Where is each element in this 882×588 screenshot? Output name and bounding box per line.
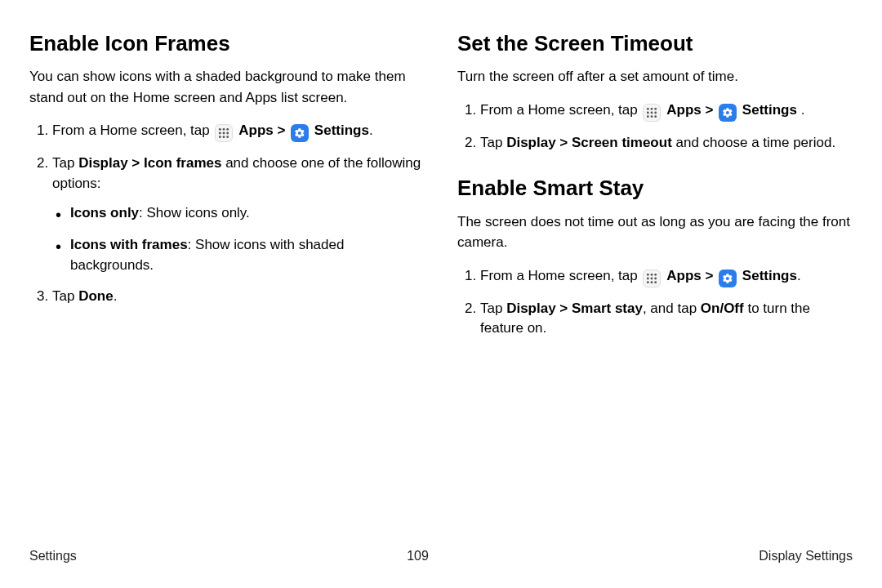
footer-page-number: 109 [407, 549, 429, 564]
steps-icon-frames: From a Home screen, tap Apps > Settings.… [29, 121, 425, 307]
svg-point-21 [647, 277, 649, 279]
svg-point-5 [227, 132, 229, 135]
t: On/Off [701, 301, 744, 316]
t: , and tap [643, 301, 701, 316]
t: Tap [52, 288, 78, 304]
t: Done [78, 288, 114, 304]
t: and choose a time period. [672, 135, 835, 150]
apps-icon [215, 124, 233, 142]
svg-point-0 [219, 128, 221, 131]
period: . [369, 122, 373, 138]
t: From a Home screen, tap [480, 102, 638, 118]
settings-label: Settings [742, 102, 797, 118]
settings-label: Settings [314, 122, 369, 138]
heading-smart-stay: Enable Smart Stay [457, 176, 853, 201]
svg-point-8 [227, 136, 229, 138]
t: Display > Screen timeout [506, 135, 672, 150]
apps-icon [643, 104, 661, 122]
svg-point-26 [655, 281, 657, 283]
step-1: From a Home screen, tap Apps > Settings. [52, 121, 425, 142]
steps-smart-stay: From a Home screen, tap Apps > Settings.… [457, 266, 853, 339]
chevron: > [277, 122, 285, 138]
t: : Show icons only. [139, 205, 250, 220]
svg-point-7 [223, 136, 225, 138]
step-2: Tap Display > Smart stay, and tap On/Off… [480, 299, 853, 339]
steps-timeout: From a Home screen, tap Apps > Settings … [457, 100, 853, 154]
content-columns: Enable Icon Frames You can show icons wi… [29, 31, 853, 536]
t: Icons only [70, 205, 139, 220]
t: Tap [52, 155, 78, 171]
footer-left: Settings [29, 549, 77, 564]
intro-icon-frames: You can show icons with a shaded backgro… [29, 66, 425, 108]
heading-timeout: Set the Screen Timeout [457, 31, 853, 56]
apps-label: Apps [238, 122, 274, 138]
right-column: Set the Screen Timeout Turn the screen o… [457, 31, 853, 536]
svg-point-16 [651, 115, 653, 118]
svg-point-10 [651, 108, 653, 110]
svg-point-22 [651, 277, 653, 279]
svg-point-19 [651, 273, 653, 275]
step-text: From a Home screen, tap [52, 122, 210, 138]
settings-icon [719, 104, 737, 122]
t: Icons with frames [70, 237, 188, 252]
footer-right: Display Settings [759, 549, 853, 564]
intro-timeout: Turn the screen off after a set amount o… [457, 66, 853, 87]
chevron: > [705, 268, 713, 283]
options-list: Icons only: Show icons only. Icons with … [52, 203, 425, 275]
step-1: From a Home screen, tap Apps > Settings … [480, 100, 853, 122]
settings-icon [719, 270, 737, 287]
svg-point-20 [655, 273, 657, 275]
svg-point-2 [227, 128, 229, 131]
svg-point-23 [655, 277, 657, 279]
svg-point-17 [655, 115, 657, 118]
step-2: Tap Display > Icon frames and choose one… [52, 154, 425, 275]
t: . [797, 268, 801, 283]
step-2: Tap Display > Screen timeout and choose … [480, 133, 853, 154]
t: Display > Smart stay [506, 301, 643, 316]
step-1: From a Home screen, tap Apps > Settings. [480, 266, 853, 287]
settings-label: Settings [742, 268, 797, 283]
page-footer: Settings 109 Display Settings [29, 536, 853, 564]
t: . [797, 102, 804, 118]
svg-point-24 [647, 281, 649, 283]
svg-point-6 [219, 136, 221, 138]
step-3: Tap Done. [52, 287, 425, 307]
svg-point-25 [651, 281, 653, 283]
t: Display > Icon frames [78, 155, 221, 171]
svg-point-15 [647, 115, 649, 118]
intro-smart-stay: The screen does not time out as long as … [457, 212, 853, 253]
settings-icon [291, 124, 309, 142]
svg-point-1 [223, 128, 225, 131]
svg-point-14 [655, 111, 657, 114]
svg-point-3 [219, 132, 221, 135]
svg-point-13 [651, 111, 653, 114]
t: Tap [480, 135, 506, 150]
option-icons-frames: Icons with frames: Show icons with shade… [70, 235, 425, 275]
heading-icon-frames: Enable Icon Frames [29, 31, 425, 56]
svg-point-9 [647, 108, 649, 110]
t: Tap [480, 301, 506, 316]
apps-label: Apps [666, 268, 702, 283]
option-icons-only: Icons only: Show icons only. [70, 203, 425, 224]
svg-point-18 [647, 273, 649, 275]
svg-point-12 [647, 111, 649, 114]
svg-point-4 [223, 132, 225, 135]
svg-point-11 [655, 108, 657, 110]
apps-icon [643, 270, 661, 287]
left-column: Enable Icon Frames You can show icons wi… [29, 31, 425, 536]
apps-label: Apps [666, 102, 702, 118]
chevron: > [705, 102, 713, 118]
t: . [114, 288, 118, 304]
t: From a Home screen, tap [480, 268, 638, 283]
